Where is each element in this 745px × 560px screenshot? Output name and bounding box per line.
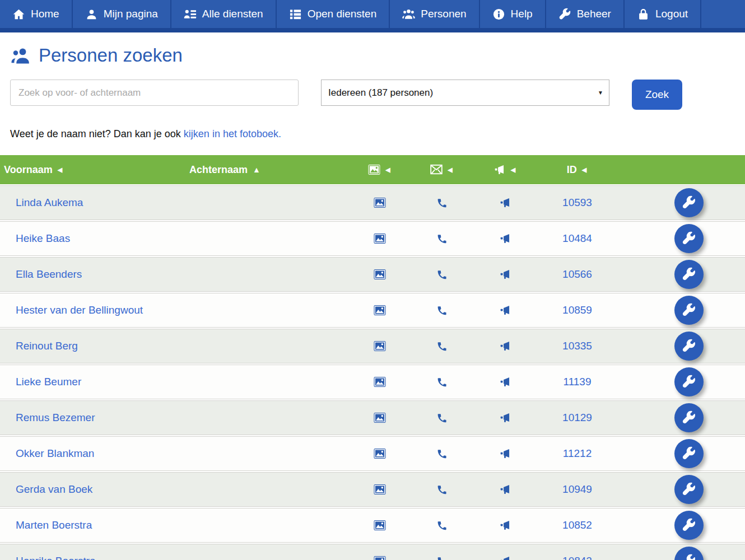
announce-cell[interactable] <box>473 484 537 495</box>
phone-cell[interactable] <box>411 448 473 459</box>
nav-item-personen[interactable]: Personen <box>390 0 479 28</box>
header-contact[interactable]: ◀ <box>410 164 473 175</box>
person-name-link[interactable]: Ella Beenders <box>16 268 82 280</box>
phone-cell[interactable] <box>411 305 473 316</box>
announce-cell[interactable] <box>473 556 537 560</box>
announce-cell[interactable] <box>473 233 537 244</box>
person-id-link[interactable]: 10859 <box>562 304 592 316</box>
phone-cell[interactable] <box>411 520 473 531</box>
photo-cell[interactable] <box>349 484 411 495</box>
edit-person-button[interactable] <box>674 403 704 432</box>
edit-person-button[interactable] <box>674 511 704 540</box>
wrench-icon <box>682 554 696 560</box>
announce-cell[interactable] <box>473 448 537 459</box>
person-name-link[interactable]: Heike Baas <box>16 232 70 244</box>
header-announce[interactable]: ◀ <box>473 164 536 175</box>
nav-item-logout[interactable]: Logout <box>625 0 701 28</box>
phone-cell[interactable] <box>411 412 473 423</box>
person-id-link[interactable]: 11212 <box>563 447 592 460</box>
edit-person-button[interactable] <box>674 332 704 361</box>
phone-cell[interactable] <box>411 197 473 208</box>
phone-icon <box>436 305 448 316</box>
nav-item-mijn-pagina[interactable]: Mijn pagina <box>73 0 171 28</box>
person-id-link[interactable]: 10484 <box>562 232 592 245</box>
photo-cell[interactable] <box>349 305 411 316</box>
photo-cell[interactable] <box>349 269 411 280</box>
nav-item-home[interactable]: Home <box>0 0 73 28</box>
person-id-link[interactable]: 10335 <box>562 340 592 352</box>
wrench-icon <box>682 303 696 318</box>
photo-cell[interactable] <box>349 340 411 352</box>
nav-item-alle-diensten[interactable]: Alle diensten <box>171 0 277 28</box>
nav-item-beheer[interactable]: Beheer <box>546 0 625 28</box>
person-name-link[interactable]: Marten Boerstra <box>16 519 92 531</box>
photo-cell[interactable] <box>349 376 411 388</box>
table-header: Voornaam ◀ Achternaam ▲ ◀ ◀ ◀ ID ◀ <box>0 155 745 184</box>
header-voornaam[interactable]: Voornaam ◀ <box>0 164 175 176</box>
nav-item-open-diensten[interactable]: Open diensten <box>277 0 390 28</box>
fotoboek-link[interactable]: kijken in het fotoboek. <box>184 128 281 139</box>
megaphone-icon <box>499 376 511 388</box>
person-id-link[interactable]: 10949 <box>562 483 592 496</box>
photo-cell[interactable] <box>349 448 411 459</box>
person-name-link[interactable]: Henrike Boerstra <box>16 555 96 560</box>
phone-cell[interactable] <box>411 233 473 244</box>
person-id-link[interactable]: 10593 <box>562 197 592 209</box>
megaphone-icon <box>499 269 511 280</box>
search-input[interactable] <box>10 80 299 106</box>
photo-icon <box>374 197 386 208</box>
phone-cell[interactable] <box>411 556 473 560</box>
announce-cell[interactable] <box>473 305 537 316</box>
person-id-link[interactable]: 10852 <box>562 519 592 531</box>
edit-person-button[interactable] <box>674 547 704 560</box>
filter-select-wrap: Iedereen (187 personen) ▼ <box>321 80 609 106</box>
photo-cell[interactable] <box>349 556 411 560</box>
megaphone-icon <box>499 448 511 459</box>
phone-cell[interactable] <box>411 484 473 495</box>
nav-label: Help <box>511 8 533 20</box>
phone-cell[interactable] <box>411 340 473 352</box>
header-achternaam[interactable]: Achternaam ▲ <box>175 164 348 176</box>
header-id[interactable]: ID ◀ <box>536 164 617 176</box>
nav-item-help[interactable]: Help <box>480 0 546 28</box>
search-button[interactable]: Zoek <box>632 80 682 110</box>
person-id-link[interactable]: 10566 <box>562 268 592 281</box>
photo-cell[interactable] <box>349 233 411 244</box>
sort-icon: ◀ <box>58 167 62 173</box>
table-row: Lieke Beumer 11139 <box>0 365 745 399</box>
person-id-link[interactable]: 10129 <box>562 412 592 424</box>
phone-cell[interactable] <box>411 376 473 388</box>
edit-person-button[interactable] <box>674 296 704 325</box>
megaphone-icon <box>499 556 511 560</box>
header-photo[interactable]: ◀ <box>348 164 410 175</box>
person-name-link[interactable]: Lieke Beumer <box>16 376 81 388</box>
edit-person-button[interactable] <box>674 475 704 504</box>
announce-cell[interactable] <box>473 197 537 208</box>
person-id-link[interactable]: 11139 <box>563 376 591 388</box>
person-name-link[interactable]: Linda Aukema <box>16 197 83 208</box>
announce-cell[interactable] <box>473 340 537 352</box>
edit-person-button[interactable] <box>674 367 704 396</box>
announce-cell[interactable] <box>473 520 537 531</box>
announce-cell[interactable] <box>473 376 537 388</box>
person-name-link[interactable]: Reinout Berg <box>16 340 78 352</box>
photo-cell[interactable] <box>349 412 411 423</box>
edit-person-button[interactable] <box>674 439 704 468</box>
table-row: Remus Bezemer 10129 <box>0 400 745 435</box>
person-name-link[interactable]: Gerda van Boek <box>16 483 92 495</box>
person-id-link[interactable]: 10842 <box>562 555 592 560</box>
person-name-link[interactable]: Hester van der Bellingwout <box>16 304 143 316</box>
photo-cell[interactable] <box>349 197 411 208</box>
announce-cell[interactable] <box>473 412 537 423</box>
person-name-link[interactable]: Okker Blankman <box>16 447 94 459</box>
edit-person-button[interactable] <box>674 260 704 289</box>
nav-label: Home <box>31 8 59 20</box>
person-name-link[interactable]: Remus Bezemer <box>16 412 95 423</box>
photo-cell[interactable] <box>349 520 411 531</box>
edit-person-button[interactable] <box>674 224 704 253</box>
nav-filler <box>701 0 745 28</box>
filter-select[interactable]: Iedereen (187 personen) <box>321 80 609 106</box>
announce-cell[interactable] <box>473 269 537 280</box>
edit-person-button[interactable] <box>674 188 704 217</box>
phone-cell[interactable] <box>411 269 473 280</box>
